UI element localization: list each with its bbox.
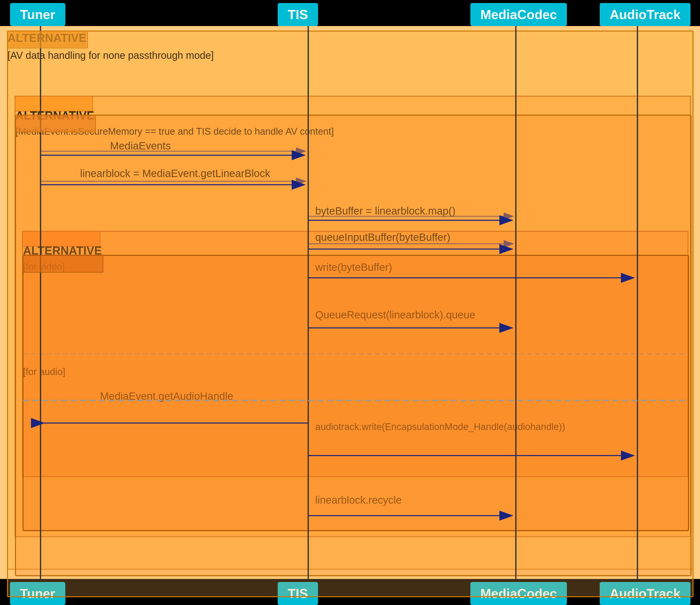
msg9-label: linearblock.recycle <box>315 494 402 506</box>
msg3-label: byteBuffer = linearblock.map() <box>315 205 456 217</box>
actors-top-bar: Tuner TIS MediaCodec AudioTrack <box>0 0 700 26</box>
diagram-container: Tuner TIS MediaCodec AudioTrack <box>0 0 700 605</box>
msg6-label: QueueRequest(linearblock).queue <box>315 309 475 321</box>
alt-outer-label: ALTERNATIVE <box>7 31 86 45</box>
alt-inner-label: ALTERNATIVE <box>23 244 102 257</box>
actor-mediacodec-top: MediaCodec <box>470 3 567 26</box>
actor-mediacodec-bottom: MediaCodec <box>470 582 567 605</box>
actors-bottom-bar: Tuner TIS MediaCodec AudioTrack <box>0 579 700 605</box>
actor-tuner-bottom: Tuner <box>10 582 65 605</box>
actor-audiotrack-top: AudioTrack <box>600 3 691 26</box>
alt-inner-condition-video: [for video] <box>23 261 65 272</box>
msg5-label: write(byteBuffer) <box>315 261 392 273</box>
msg8-label: audiotrack.write(EncapsulationMode_Handl… <box>315 421 565 432</box>
alt-middle-condition: [MediaEvent.isSecureMemory == true and T… <box>16 126 334 137</box>
actor-tis-bottom: TIS <box>278 582 318 605</box>
svg-rect-2 <box>7 31 693 569</box>
actor-tis-top: TIS <box>278 3 318 26</box>
msg7-label: MediaEvent.getAudioHandle <box>100 390 233 402</box>
alt-outer-condition: [AV data handling for none passthrough m… <box>7 50 214 61</box>
actor-audiotrack-bottom: AudioTrack <box>600 582 691 605</box>
msg4-label: queueInputBuffer(byteBuffer) <box>315 231 450 243</box>
msg2-label: linearblock = MediaEvent.getLinearBlock <box>80 167 270 179</box>
actor-tuner-top: Tuner <box>10 3 65 26</box>
alt-middle-label: ALTERNATIVE <box>16 108 94 122</box>
msg1-label: MediaEvents <box>110 140 171 152</box>
main-area: ALTERNATIVE [AV data handling for none p… <box>0 26 700 579</box>
alt-inner-condition-audio: [for audio] <box>23 366 65 377</box>
